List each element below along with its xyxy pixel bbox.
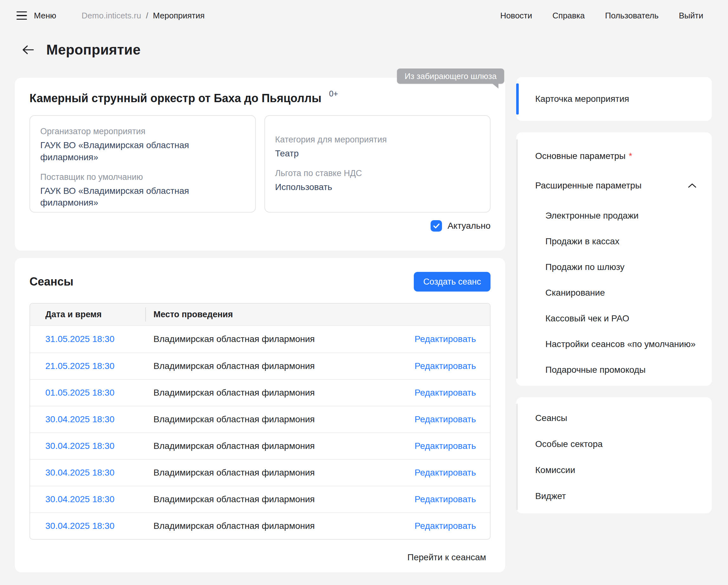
advanced-params-label: Расширенные параметры (535, 180, 642, 190)
actual-checkbox[interactable] (431, 220, 442, 232)
session-venue-cell: Владимирская областная филармония (145, 361, 415, 371)
edit-session-link[interactable]: Редактировать (415, 414, 476, 424)
hamburger-menu-icon[interactable] (17, 11, 27, 20)
session-venue-cell: Владимирская областная филармония (145, 521, 415, 531)
main-params-label: Основные параметры (535, 151, 626, 161)
category-label: Категория для мероприятия (275, 135, 480, 145)
table-row: 30.04.2025 18:30 Владимирская областная … (30, 432, 490, 459)
session-datetime-link[interactable]: 30.04.2025 18:30 (45, 414, 114, 424)
inactive-rail (516, 404, 518, 510)
edit-session-link[interactable]: Редактировать (415, 521, 476, 531)
sessions-table-body: 31.05.2025 18:30 Владимирская областная … (30, 326, 490, 539)
sidebar-sub-item[interactable]: Продажи по шлюзу (545, 254, 698, 280)
table-row: 30.04.2025 18:30 Владимирская областная … (30, 486, 490, 512)
sidebar: Карточка мероприятия Основные параметры … (516, 77, 712, 513)
session-datetime-cell: 30.04.2025 18:30 (30, 521, 145, 531)
breadcrumb-page: Мероприятия (153, 11, 205, 21)
default-supplier-label: Поставщик по умолчанию (40, 172, 245, 182)
session-action-cell: Редактировать (415, 361, 490, 371)
page-head: Мероприятие (22, 42, 140, 58)
session-action-cell: Редактировать (415, 388, 490, 398)
session-datetime-link[interactable]: 01.05.2025 18:30 (45, 388, 114, 398)
menu-button[interactable]: Меню (34, 11, 56, 21)
category-value: Театр (275, 148, 448, 159)
sidebar-section-item[interactable]: Особые сектора (535, 431, 698, 457)
organizer-value: ГАУК ВО «Владимирская областная филармон… (40, 139, 213, 163)
vat-benefit-value: Использовать (275, 181, 448, 193)
checkmark-icon (433, 223, 440, 229)
sessions-card: Сеансы Создать сеанс Дата и время Место … (15, 258, 505, 572)
sidebar-item-main-params[interactable]: Основные параметры * (535, 147, 698, 165)
session-datetime-cell: 30.04.2025 18:30 (30, 414, 145, 425)
sidebar-card-params: Основные параметры * Расширенные парамет… (516, 132, 712, 386)
table-row: 30.04.2025 18:30 Владимирская областная … (30, 406, 490, 432)
required-asterisk: * (629, 151, 632, 161)
goto-sessions-link[interactable]: Перейти к сеансам (408, 552, 486, 562)
sessions-table-header: Дата и время Место проведения (30, 304, 490, 326)
edit-session-link[interactable]: Редактировать (415, 467, 476, 478)
session-action-cell: Редактировать (415, 441, 490, 451)
session-datetime-cell: 21.05.2025 18:30 (30, 361, 145, 371)
nav-news[interactable]: Новости (500, 11, 532, 21)
page-title: Мероприятие (46, 42, 140, 58)
session-datetime-cell: 30.04.2025 18:30 (30, 441, 145, 451)
sidebar-sub-item[interactable]: Сканирование (545, 280, 698, 306)
session-venue-cell: Владимирская областная филармония (145, 494, 415, 504)
table-row: 01.05.2025 18:30 Владимирская областная … (30, 379, 490, 406)
topbar-links: Новости Справка Пользователь Выйти (500, 11, 703, 21)
session-venue-cell: Владимирская областная филармония (145, 388, 415, 398)
edit-session-link[interactable]: Редактировать (415, 388, 476, 398)
breadcrumb-site[interactable]: Demo.inticets.ru (81, 11, 141, 21)
session-datetime-link[interactable]: 30.04.2025 18:30 (45, 521, 114, 531)
session-datetime-link[interactable]: 30.04.2025 18:30 (45, 441, 114, 451)
sidebar-sub-item[interactable]: Электронные продажи (545, 203, 698, 228)
edit-session-link[interactable]: Редактировать (415, 361, 476, 371)
category-box: Категория для мероприятия Театр Льгота п… (264, 115, 491, 212)
chevron-up-icon[interactable] (688, 183, 697, 188)
session-datetime-cell: 01.05.2025 18:30 (30, 388, 145, 398)
nav-help[interactable]: Справка (552, 11, 585, 21)
session-venue-cell: Владимирская областная филармония (145, 414, 415, 425)
active-indicator-rail (516, 83, 519, 115)
sidebar-sections-list: Сеансы Особые сектора Комиссии Виджет (535, 405, 698, 509)
nav-user[interactable]: Пользователь (605, 11, 658, 21)
session-datetime-link[interactable]: 30.04.2025 18:30 (45, 494, 114, 504)
sidebar-sub-item[interactable]: Настройки сеансов «по умолчанию» (545, 331, 698, 357)
table-row: 30.04.2025 18:30 Владимирская областная … (30, 512, 490, 539)
sidebar-sub-item[interactable]: Подарочные промокоды (545, 357, 698, 383)
sidebar-section-item[interactable]: Виджет (535, 483, 698, 509)
sidebar-section-item[interactable]: Комиссии (535, 457, 698, 483)
session-datetime-cell: 30.04.2025 18:30 (30, 494, 145, 504)
edit-session-link[interactable]: Редактировать (415, 334, 476, 344)
sidebar-sub-item[interactable]: Кассовый чек и РАО (545, 306, 698, 331)
actual-checkbox-label[interactable]: Актуально (447, 221, 491, 231)
table-row: 30.04.2025 18:30 Владимирская областная … (30, 459, 490, 486)
nav-logout[interactable]: Выйти (679, 11, 703, 21)
sidebar-sub-item[interactable]: Продажи в кассах (545, 228, 698, 254)
edit-session-link[interactable]: Редактировать (415, 441, 476, 451)
session-datetime-link[interactable]: 30.04.2025 18:30 (45, 467, 114, 478)
gateway-tooltip-text: Из забирающего шлюза (405, 71, 497, 81)
session-action-cell: Редактировать (415, 521, 490, 531)
session-venue-cell: Владимирская областная филармония (145, 467, 415, 478)
edit-session-link[interactable]: Редактировать (415, 494, 476, 504)
vat-benefit-label: Льгота по ставке НДС (275, 169, 480, 178)
sidebar-item-advanced-params[interactable]: Расширенные параметры (535, 176, 698, 195)
gateway-tooltip: Из забирающего шлюза (397, 69, 504, 84)
inactive-rail (516, 139, 518, 379)
table-row: 21.05.2025 18:30 Владимирская областная … (30, 353, 490, 379)
sidebar-card-event[interactable]: Карточка мероприятия (516, 77, 712, 121)
session-action-cell: Редактировать (415, 334, 490, 344)
back-arrow-icon[interactable] (22, 44, 35, 55)
event-card: Камерный струнный оркестр от Баха до Пья… (15, 78, 505, 251)
session-datetime-cell: 30.04.2025 18:30 (30, 467, 145, 478)
sidebar-card-sections: Сеансы Особые сектора Комиссии Виджет (516, 397, 712, 513)
sessions-table: Дата и время Место проведения 31.05.2025… (29, 303, 491, 540)
session-action-cell: Редактировать (415, 414, 490, 425)
create-session-button[interactable]: Создать сеанс (414, 272, 491, 291)
session-datetime-link[interactable]: 31.05.2025 18:30 (45, 334, 114, 344)
session-datetime-link[interactable]: 21.05.2025 18:30 (45, 361, 114, 371)
sessions-title: Сеансы (29, 275, 74, 288)
sidebar-section-item[interactable]: Сеансы (535, 405, 698, 431)
sidebar-item-event-card[interactable]: Карточка мероприятия (535, 94, 629, 104)
